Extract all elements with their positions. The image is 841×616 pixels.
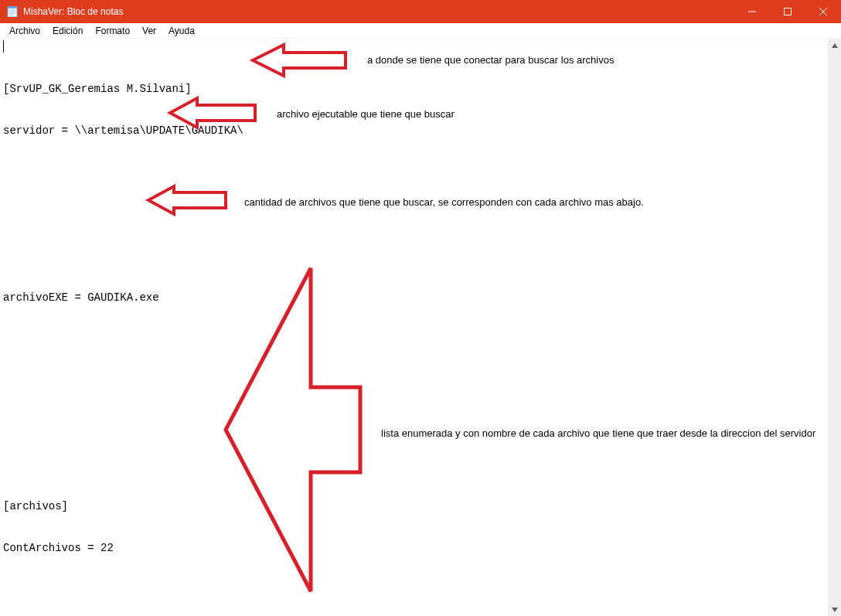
text-cursor [3,40,4,53]
menu-edicion[interactable]: Edición [46,25,89,37]
code-line [3,332,838,346]
code-line: archivoEXE = GAUDIKA.exe [3,291,838,305]
window-controls [734,0,841,23]
code-line [3,165,838,179]
annotation-text: lista enumerada y con nombre de cada arc… [381,427,829,441]
code-line: [SrvUP_GK_Geremias M.Silvani] [3,82,838,96]
code-line: ContArchivos = 22 [3,541,838,555]
close-button[interactable] [805,0,841,23]
minimize-button[interactable] [734,0,770,23]
window-title: MishaVer: Bloc de notas [23,6,123,17]
annotation-text: a donde se tiene que conectar para busca… [367,53,614,67]
arrow-left-icon [145,183,230,217]
svg-rect-7 [785,9,792,15]
maximize-button[interactable] [770,0,805,23]
code-line [3,249,838,263]
menu-ver[interactable]: Ver [136,25,162,37]
annotation-text: cantidad de archivos que tiene que busca… [244,196,644,209]
svg-rect-1 [8,6,17,9]
arrow-left-icon [166,95,259,131]
code-line [3,458,838,471]
scroll-down-arrow-icon[interactable] [828,603,841,616]
annotation-text: archivo ejecutable que tiene que buscar [277,107,455,121]
window-titlebar: MishaVer: Bloc de notas [0,0,841,23]
editor-area[interactable]: [SrvUP_GK_Geremias M.Silvani] servidor =… [0,39,841,616]
notepad-icon [6,5,19,18]
code-line [3,374,838,388]
vertical-scrollbar[interactable] [828,39,841,616]
arrow-left-icon [218,264,365,596]
arrow-left-icon [249,41,349,80]
menu-archivo[interactable]: Archivo [3,25,46,37]
code-line: servidor = \\artemisa\UPDATE\GAUDIKA\ [3,124,838,138]
code-line: [archivos] [3,499,838,513]
menu-ayuda[interactable]: Ayuda [162,25,201,37]
code-line [3,583,838,597]
menu-formato[interactable]: Formato [89,25,136,37]
scroll-up-arrow-icon[interactable] [828,39,841,52]
menu-bar: Archivo Edición Formato Ver Ayuda [0,23,841,39]
